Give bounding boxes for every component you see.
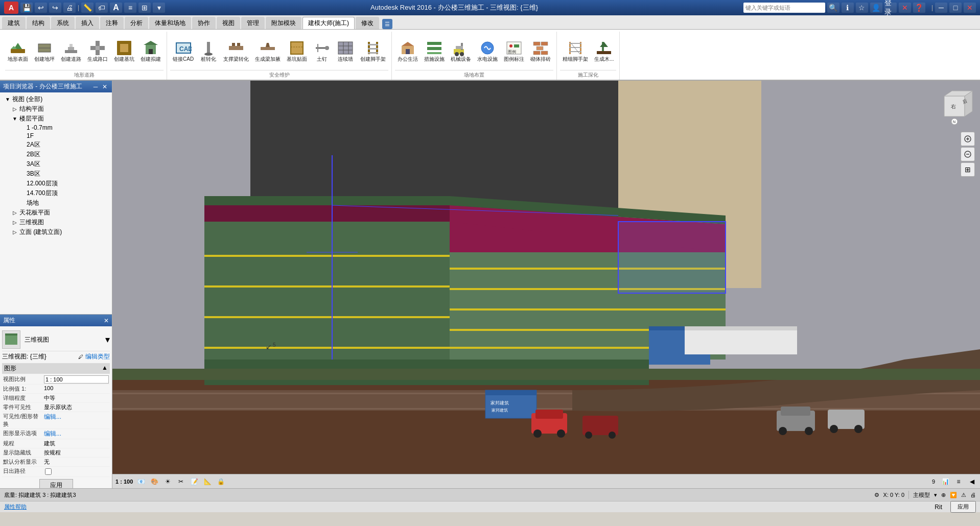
user-btn[interactable]: 👤 <box>870 3 882 13</box>
ribbon-item-link-cad[interactable]: CAD 链接CAD <box>170 38 196 64</box>
ribbon-item-create-pad[interactable]: 创建地坪 <box>32 38 57 64</box>
tree-item[interactable]: 14.700层顶 <box>2 188 110 198</box>
sync-view-btn[interactable]: 📧 <box>136 476 146 487</box>
ribbon-item-create-scaffold[interactable]: 创建脚手架 <box>358 38 388 64</box>
tree-item[interactable]: 1 -0.7mm <box>2 124 110 132</box>
edit-type-link[interactable]: 编辑类型 <box>85 352 110 361</box>
graphic-display-edit-link[interactable]: 编辑... <box>44 429 61 438</box>
tree-toggle[interactable]: ▷ <box>11 106 18 112</box>
more-btn[interactable]: ▾ <box>153 3 165 13</box>
tab-architecture[interactable]: 建筑 <box>2 17 26 29</box>
tree-item[interactable]: 场地 <box>2 198 110 208</box>
status-workset-btn[interactable]: ▾ <box>934 492 937 498</box>
ribbon-item-pile-convert[interactable]: 桩转化 <box>197 38 220 64</box>
tab-insert[interactable]: 插入 <box>76 17 99 29</box>
ribbon-item-continuous-wall[interactable]: 连续墙 <box>334 38 357 64</box>
tab-collaborate[interactable]: 协作 <box>192 17 216 29</box>
ribbon-item-nail[interactable]: 土钉 <box>311 38 333 64</box>
login-btn[interactable]: 登录 <box>884 3 897 13</box>
ribbon-item-beam-convert[interactable]: 支撑梁转化 <box>221 38 251 64</box>
ribbon-item-legend[interactable]: 图例 图例标注 <box>501 38 527 64</box>
visual-style-btn[interactable]: 🎨 <box>149 476 159 487</box>
tree-toggle[interactable]: ▷ <box>11 220 18 225</box>
tree-toggle[interactable]: ▷ <box>11 229 18 235</box>
context-tab-btn[interactable]: ☰ <box>382 19 392 29</box>
zoom-out-btn[interactable] <box>961 147 975 161</box>
ribbon-item-create-road[interactable]: 创建道路 <box>58 38 84 64</box>
tree-toggle[interactable]: ▼ <box>11 116 18 122</box>
save-btn[interactable]: 💾 <box>20 3 33 13</box>
tab-analyze[interactable]: 分析 <box>125 17 148 29</box>
tree-item[interactable]: 12.000层顶 <box>2 179 110 188</box>
tab-addins[interactable]: 附加模块 <box>266 17 301 29</box>
search-btn[interactable]: 🔍 <box>827 3 839 13</box>
print-btn[interactable]: 🖨 <box>63 3 76 13</box>
redo-btn[interactable]: ↪ <box>49 3 61 13</box>
prop-section-expand[interactable]: ▲ <box>102 364 108 373</box>
star-btn[interactable]: ☆ <box>856 3 868 13</box>
zoom-in-btn[interactable] <box>961 132 975 146</box>
undo-btn[interactable]: ↩ <box>35 3 47 13</box>
prop-sun-path-checkbox[interactable] <box>45 468 52 475</box>
browser-minimize-btn[interactable]: ─ <box>91 83 100 91</box>
tree-item[interactable]: 1F <box>2 132 110 140</box>
tree-toggle[interactable]: ▼ <box>4 97 11 102</box>
search-input[interactable] <box>743 3 825 13</box>
ribbon-item-create-pit[interactable]: 创建基坑 <box>111 38 137 64</box>
measure-btn[interactable]: 📏 <box>81 3 94 13</box>
prop-type-dropdown[interactable]: ▾ <box>105 334 110 345</box>
apply-button-bottom[interactable]: 应用 <box>950 501 976 513</box>
tree-item[interactable]: 3B区 <box>2 169 110 179</box>
ribbon-item-utilities[interactable]: 水电设施 <box>475 38 500 64</box>
ribbon-item-masonry[interactable]: 砌体排砖 <box>528 38 553 64</box>
tab-massing[interactable]: 体量和场地 <box>149 17 191 29</box>
help-link[interactable]: 属性帮助 <box>4 503 27 511</box>
tree-item[interactable]: ▼视图 (全部) <box>2 94 110 104</box>
maximize-btn[interactable]: □ <box>949 3 962 13</box>
zoom-fit-btn[interactable]: ⊞ <box>961 162 975 177</box>
detail-btn[interactable]: ⊞ <box>138 3 151 13</box>
tab-modeler-construction[interactable]: 建模大师(施工) <box>302 17 355 29</box>
tag-btn[interactable]: 🏷 <box>96 3 108 13</box>
sync-btn[interactable]: ✕ <box>899 3 911 13</box>
ribbon-item-generate-beam[interactable]: 生成梁加腋 <box>252 38 283 64</box>
status-design-options-btn[interactable]: ⊕ <box>941 492 946 498</box>
tab-manage[interactable]: 管理 <box>241 17 265 29</box>
tree-toggle[interactable]: ▷ <box>11 210 18 216</box>
browser-close-btn[interactable]: ✕ <box>101 83 109 91</box>
shadows-btn[interactable]: ☀ <box>162 476 173 487</box>
view-toggle-btn[interactable]: ≡ <box>953 476 964 487</box>
view-cube[interactable]: 右 后 N <box>934 86 975 127</box>
tree-item[interactable]: 2B区 <box>2 150 110 159</box>
apply-button[interactable]: 应用 <box>39 479 73 488</box>
ribbon-item-create-building[interactable]: 创建拟建 <box>138 38 164 64</box>
annotations-btn[interactable]: 📝 <box>189 476 199 487</box>
ribbon-item-office[interactable]: 办公生活 <box>395 38 421 64</box>
tree-item[interactable]: 3A区 <box>2 159 110 169</box>
minimize-btn[interactable]: ─ <box>935 3 947 13</box>
progress-detail-btn[interactable]: 📊 <box>940 476 950 487</box>
ribbon-item-generate-wood[interactable]: 生成木... <box>592 38 616 64</box>
tree-item[interactable]: ▼楼层平面 <box>2 114 110 124</box>
ribbon-item-machinery[interactable]: 机械设备 <box>448 38 474 64</box>
app-menu-btn[interactable]: A <box>4 2 18 14</box>
ribbon-item-terrain-surface[interactable]: 地形表面 <box>5 38 31 64</box>
ribbon-item-create-intersection[interactable]: 生成路口 <box>85 38 110 64</box>
apply-btn-bottom[interactable]: 应用 <box>950 501 976 513</box>
lock-btn[interactable]: 🔒 <box>216 476 226 487</box>
visibility-edit-link[interactable]: 编辑... <box>44 413 61 428</box>
tree-item[interactable]: ▷结构平面 <box>2 104 110 114</box>
viewport[interactable]: 家邦建筑 家邦建筑 <box>112 81 980 474</box>
tree-item[interactable]: 2A区 <box>2 140 110 150</box>
properties-close-btn[interactable]: ✕ <box>104 317 109 324</box>
ribbon-item-pit-face[interactable]: 基坑贴面 <box>284 38 310 64</box>
status-print-btn[interactable]: 🖨 <box>970 492 976 498</box>
workplane-btn[interactable]: 📐 <box>202 476 213 487</box>
close-btn[interactable]: ✕ <box>964 3 976 13</box>
tab-view[interactable]: 视图 <box>217 17 240 29</box>
align-btn[interactable]: ≡ <box>124 3 136 13</box>
tab-modify[interactable]: 修改 <box>356 17 379 29</box>
tree-item[interactable]: ▷天花板平面 <box>2 208 110 218</box>
more-view-btn[interactable]: ◀ <box>967 476 977 487</box>
tree-item[interactable]: ▷三维视图 <box>2 218 110 227</box>
